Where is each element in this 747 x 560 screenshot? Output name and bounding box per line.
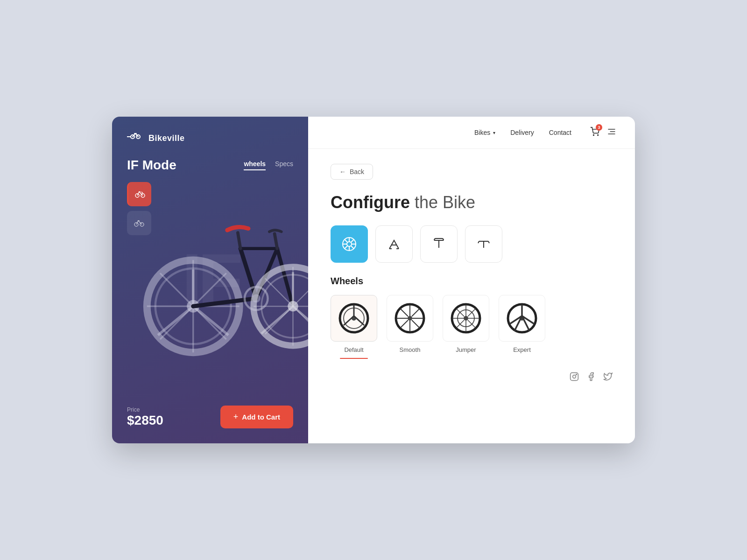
nav-delivery[interactable]: Delivery [510, 129, 534, 136]
price-value: $2850 [127, 413, 163, 428]
svg-point-36 [593, 135, 594, 136]
bike-logo-icon [127, 132, 144, 145]
component-btn-handlebar1[interactable] [420, 225, 458, 263]
back-label: Back [350, 168, 364, 175]
svg-line-31 [261, 306, 293, 334]
wheel-label-expert: Expert [513, 346, 531, 353]
wheel-underline-default [340, 358, 368, 359]
facebook-icon[interactable] [586, 372, 596, 384]
svg-rect-89 [571, 373, 578, 381]
svg-line-68 [412, 320, 420, 328]
app-container: IF Bikeville IF Mode wheels Specs [112, 117, 635, 443]
svg-line-23 [275, 234, 277, 249]
configure-title-rest: the Bike [415, 193, 475, 212]
wheel-label-smooth: Smooth [400, 346, 421, 353]
section-label: Wheels [331, 276, 613, 287]
wheel-label-default: Default [344, 346, 363, 353]
right-content: ← Back Configure the Bike [308, 149, 635, 443]
svg-line-47 [345, 239, 348, 243]
nav-bikes[interactable]: Bikes ▾ [474, 129, 495, 136]
wheel-img-smooth [387, 295, 433, 342]
nav-contact[interactable]: Contact [549, 129, 571, 136]
wheel-label-jumper: Jumper [456, 346, 476, 353]
svg-line-15 [193, 306, 228, 335]
svg-line-78 [456, 308, 464, 316]
logo-text: Bikeville [148, 133, 185, 143]
svg-line-69 [412, 308, 420, 316]
svg-line-79 [468, 320, 476, 328]
right-panel: Bikes ▾ Delivery Contact 3 [308, 117, 635, 443]
chevron-down-icon: ▾ [493, 130, 495, 135]
add-to-cart-label: Add to Cart [242, 413, 280, 421]
plus-icon: + [233, 412, 239, 422]
nav-icon-group: 3 [590, 127, 616, 138]
component-row [331, 225, 613, 263]
svg-line-14 [158, 306, 193, 335]
component-btn-wheels[interactable] [331, 225, 368, 263]
wheel-img-jumper [443, 295, 489, 342]
svg-line-70 [400, 320, 408, 328]
svg-line-48 [351, 246, 354, 249]
svg-point-35 [252, 294, 261, 302]
wheel-option-default[interactable]: Default [331, 295, 377, 359]
price-block: Price $2850 [127, 406, 163, 428]
wheel-option-expert[interactable]: Expert [499, 295, 545, 359]
svg-point-90 [573, 375, 576, 378]
wheel-option-smooth[interactable]: Smooth [387, 295, 433, 359]
wheel-option-jumper[interactable]: Jumper [443, 295, 489, 359]
thumb-btn-bike1[interactable] [127, 182, 151, 206]
cart-badge: 3 [596, 124, 602, 131]
logo-row: Bikeville [127, 132, 293, 145]
menu-icon[interactable] [607, 127, 616, 138]
price-label: Price [127, 406, 163, 413]
nav-bar: Bikes ▾ Delivery Contact 3 [308, 117, 635, 149]
svg-point-73 [464, 316, 468, 321]
back-button[interactable]: ← Back [331, 164, 373, 180]
svg-point-62 [408, 316, 412, 321]
social-row [331, 372, 613, 384]
svg-line-59 [344, 316, 354, 325]
thumbnail-strip [127, 182, 151, 235]
arrow-left-icon: ← [339, 168, 346, 175]
twitter-icon[interactable] [603, 372, 613, 384]
svg-line-60 [354, 316, 364, 325]
wheel-img-default [331, 295, 377, 342]
instagram-icon[interactable] [570, 372, 579, 384]
svg-point-91 [576, 374, 577, 375]
svg-line-50 [345, 246, 348, 249]
configure-title-bold: Configure [331, 193, 410, 212]
svg-line-22 [238, 233, 240, 249]
cart-icon-wrap[interactable]: 3 [590, 127, 599, 138]
configure-title: Configure the Bike [331, 193, 613, 212]
add-to-cart-button[interactable]: + Add to Cart [220, 406, 293, 428]
svg-point-37 [598, 135, 599, 136]
wheels-row: Default [331, 295, 613, 359]
wheel-img-expert [499, 295, 545, 342]
component-btn-handlebar2[interactable] [465, 225, 502, 263]
svg-line-80 [468, 308, 476, 316]
thumb-btn-bike2[interactable] [127, 211, 151, 235]
svg-line-81 [456, 320, 464, 328]
left-panel: IF Bikeville IF Mode wheels Specs [112, 117, 308, 443]
svg-line-49 [351, 239, 354, 243]
bike-illustration [135, 154, 308, 406]
svg-line-67 [400, 308, 408, 316]
svg-point-33 [288, 301, 298, 312]
price-row: Price $2850 + Add to Cart [127, 406, 293, 428]
component-btn-frame[interactable] [375, 225, 413, 263]
